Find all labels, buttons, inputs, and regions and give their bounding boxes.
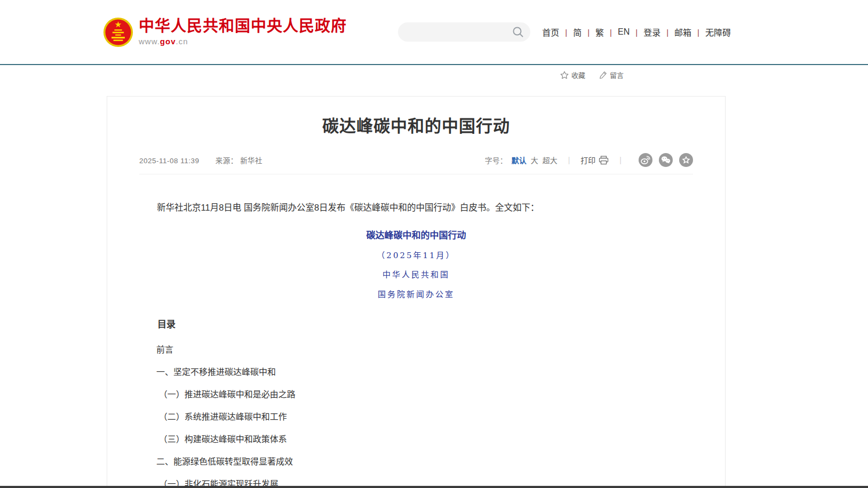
doc-org-line1: 中华人民共和国 xyxy=(139,269,693,281)
nav-home[interactable]: 首页 xyxy=(542,26,559,38)
print-label: 打印 xyxy=(580,155,595,165)
national-emblem-icon xyxy=(103,17,133,47)
favorite-button[interactable]: 收藏 xyxy=(560,70,585,80)
page: 中华人民共和国中央人民政府 www.gov.cn 首页| 简| 繁| EN| xyxy=(0,0,868,488)
font-size-default[interactable]: 默认 xyxy=(512,155,527,165)
source-value[interactable]: 新华社 xyxy=(240,157,262,165)
qzone-star-icon xyxy=(679,153,693,167)
nav-accessibility[interactable]: 无障碍 xyxy=(705,26,731,38)
intro-paragraph: 新华社北京11月8日电 国务院新闻办公室8日发布《碳达峰碳中和的中国行动》白皮书… xyxy=(139,201,693,215)
doc-date: （2025年11月） xyxy=(139,250,693,262)
doc-org-line2: 国务院新闻办公室 xyxy=(139,289,693,301)
weibo-icon xyxy=(639,153,652,167)
nav-mail[interactable]: 邮箱 xyxy=(674,26,691,38)
toc-heading: 目录 xyxy=(139,318,693,332)
nav-traditional[interactable]: 繁 xyxy=(595,26,604,38)
tools-inner: 收藏 留言 xyxy=(560,70,638,80)
meta-right: 字号： 默认 大 超大 | 打印 | xyxy=(485,153,693,167)
star-outline-icon xyxy=(560,71,569,79)
nav-simplified[interactable]: 简 xyxy=(573,26,582,38)
nav-separator: | xyxy=(666,28,668,37)
header-right: 首页| 简| 繁| EN| 登录| 邮箱| 无障碍 xyxy=(398,22,731,42)
nav-separator: | xyxy=(565,28,567,37)
share-group xyxy=(632,153,693,167)
share-wechat-button[interactable] xyxy=(659,153,673,167)
top-nav: 首页| 简| 繁| EN| 登录| 邮箱| 无障碍 xyxy=(542,26,731,38)
site-url-www: www. xyxy=(139,37,160,46)
site-logo-link[interactable]: 中华人民共和国中央人民政府 www.gov.cn xyxy=(103,17,347,47)
print-button[interactable]: 打印 xyxy=(580,155,609,165)
font-size-xlarge[interactable]: 超大 xyxy=(543,155,558,165)
article-body: 新华社北京11月8日电 国务院新闻办公室8日发布《碳达峰碳中和的中国行动》白皮书… xyxy=(139,201,693,488)
site-url-cn: .cn xyxy=(176,37,188,46)
toc-item-1: 一、坚定不移推进碳达峰碳中和 xyxy=(139,368,693,377)
nav-english[interactable]: EN xyxy=(618,27,630,37)
page-title: 碳达峰碳中和的中国行动 xyxy=(139,116,693,137)
share-weibo-button[interactable] xyxy=(639,153,652,167)
wechat-icon xyxy=(659,153,673,167)
site-header: 中华人民共和国中央人民政府 www.gov.cn 首页| 简| 繁| EN| xyxy=(0,0,868,65)
tools-row: 收藏 留言 xyxy=(0,65,868,96)
meta-separator: | xyxy=(568,156,570,164)
search-bar xyxy=(398,22,530,42)
bottom-edge-bar xyxy=(0,486,868,488)
site-title: 中华人民共和国中央人民政府 xyxy=(139,18,347,35)
search-input[interactable] xyxy=(408,28,512,36)
meta-left: 2025-11-08 11:39 来源： 新华社 xyxy=(139,155,262,165)
font-size-large[interactable]: 大 xyxy=(531,155,538,165)
doc-title: 碳达峰碳中和的中国行动 xyxy=(139,229,693,243)
font-size-label: 字号： xyxy=(485,155,507,165)
publish-date: 2025-11-08 11:39 xyxy=(139,157,200,165)
favorite-label: 收藏 xyxy=(571,70,585,80)
site-url: www.gov.cn xyxy=(139,37,347,46)
meta-separator: | xyxy=(619,156,622,164)
article-container: 碳达峰碳中和的中国行动 2025-11-08 11:39 来源： 新华社 字号：… xyxy=(107,96,726,488)
printer-icon xyxy=(599,156,609,165)
pencil-icon xyxy=(599,71,607,79)
nav-separator: | xyxy=(697,28,699,37)
nav-separator: | xyxy=(610,28,612,37)
nav-login[interactable]: 登录 xyxy=(643,26,660,38)
article-meta: 2025-11-08 11:39 来源： 新华社 字号： 默认 大 超大 | 打… xyxy=(139,153,693,174)
nav-separator: | xyxy=(635,28,638,37)
toc-item-preface: 前言 xyxy=(139,346,693,354)
toc-item-2: 二、能源绿色低碳转型取得显著成效 xyxy=(139,458,693,466)
site-url-gov: gov xyxy=(160,37,176,46)
message-button[interactable]: 留言 xyxy=(599,70,624,80)
search-icon[interactable] xyxy=(512,26,524,38)
source-label: 来源： xyxy=(216,157,238,165)
logo-text: 中华人民共和国中央人民政府 www.gov.cn xyxy=(139,18,347,46)
nav-separator: | xyxy=(587,28,590,37)
message-label: 留言 xyxy=(610,70,624,80)
toc-item-1-2: （二）系统推进碳达峰碳中和工作 xyxy=(139,413,693,421)
toc-item-1-1: （一）推进碳达峰碳中和是必由之路 xyxy=(139,390,693,399)
share-qzone-button[interactable] xyxy=(679,153,693,167)
toc-item-1-3: （三）构建碳达峰碳中和政策体系 xyxy=(139,435,693,444)
